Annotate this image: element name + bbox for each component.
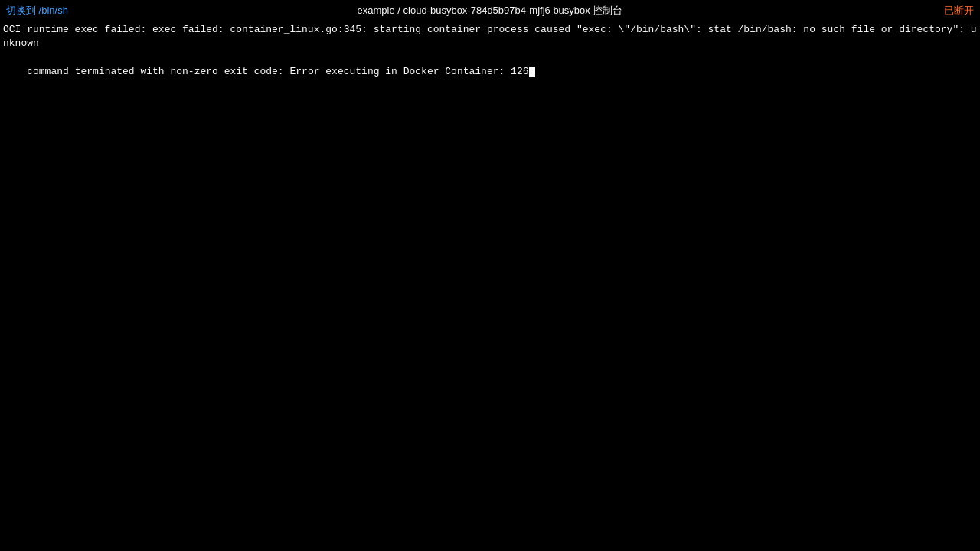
titlebar: 切换到 /bin/sh example / cloud-busybox-784d… [0,0,980,21]
switch-shell-link[interactable]: 切换到 /bin/sh [6,4,68,18]
terminal-cursor [529,67,535,77]
terminal-body[interactable]: OCI runtime exec failed: exec failed: co… [0,21,980,551]
terminal-line-1: OCI runtime exec failed: exec failed: co… [3,23,977,51]
titlebar-title: example / cloud-busybox-784d5b97b4-mjfj6… [358,4,623,18]
terminal-line-2: command terminated with non-zero exit co… [3,51,977,93]
disconnect-button[interactable]: 已断开 [944,4,974,18]
